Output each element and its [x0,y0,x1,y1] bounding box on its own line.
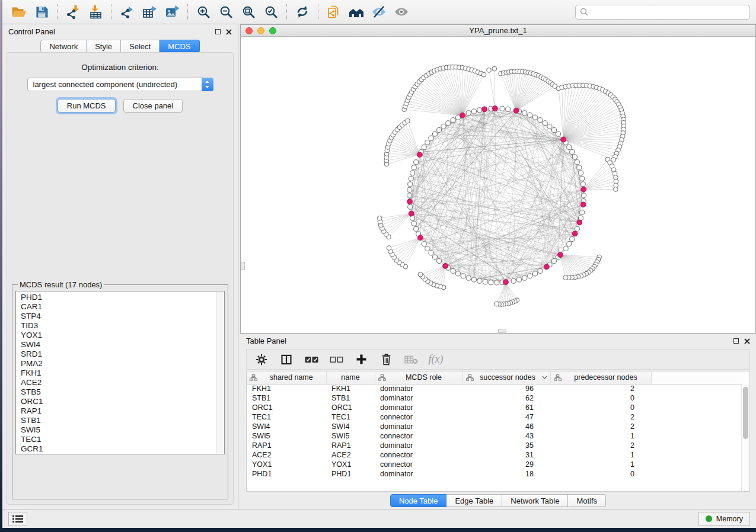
mcds-network-node[interactable] [460,113,465,118]
mcds-result-item[interactable]: STB5 [21,387,216,397]
table-cell[interactable]: STB1 [247,393,326,403]
network-node[interactable] [522,275,527,280]
network-node[interactable] [412,221,416,226]
delete-column-icon[interactable] [376,351,396,368]
table-cell[interactable]: dominator [375,469,462,479]
table-cell[interactable]: YOX1 [247,460,326,469]
zoom-selected-icon[interactable] [260,3,282,21]
network-node[interactable] [551,127,556,132]
mcds-network-node[interactable] [493,106,498,111]
tab-node-table[interactable]: Node Table [390,494,447,507]
table-cell[interactable]: 2 [550,384,651,393]
network-node[interactable] [408,204,413,209]
network-node[interactable] [410,171,414,175]
mcds-network-node[interactable] [513,108,519,113]
zoom-out-icon[interactable] [215,3,237,21]
mcds-network-node[interactable] [482,107,487,112]
column-header[interactable]: shared name [247,371,326,384]
table-cell[interactable]: dominator [375,393,462,403]
table-cell[interactable]: 96 [462,384,550,393]
splitter-grip-horizontal[interactable] [498,329,506,333]
network-node[interactable] [572,155,577,159]
table-cell[interactable]: ACE2 [247,450,326,460]
table-cell[interactable]: SWI5 [326,431,375,441]
table-row[interactable]: PHD1PHD1dominator180 [247,469,749,479]
select-all-icon[interactable] [301,351,321,368]
table-cell[interactable]: 62 [462,393,550,403]
column-header[interactable]: predecessor nodes [550,371,651,384]
table-cell[interactable]: 1 [550,431,651,441]
network-node[interactable] [538,268,543,273]
table-cell[interactable]: dominator [375,403,462,412]
network-node[interactable] [422,242,426,246]
network-node[interactable] [556,132,560,136]
network-node[interactable] [489,280,493,285]
column-header[interactable]: name [326,371,375,384]
table-scrollbar-thumb[interactable] [743,387,748,439]
network-node[interactable] [522,111,527,116]
mcds-result-item[interactable]: TID3 [21,321,216,331]
tab-style[interactable]: Style [87,40,121,53]
network-node[interactable] [528,113,532,117]
network-node[interactable] [580,210,585,215]
mcds-result-item[interactable]: GCR1 [21,444,216,454]
mcds-network-node[interactable] [577,220,582,225]
table-cell[interactable]: 1 [550,450,651,460]
mcds-network-node[interactable] [580,202,586,207]
network-node[interactable] [483,280,487,284]
table-cell[interactable]: 29 [462,460,550,469]
criterion-select[interactable]: largest connected component (undirected) [27,78,213,91]
network-node[interactable] [500,106,505,111]
table-row[interactable]: RAP1RAP1dominator352 [247,441,749,450]
table-cell[interactable]: SWI4 [326,422,375,431]
zoom-fit-icon[interactable] [238,3,259,21]
table-cell[interactable]: ACE2 [326,450,375,460]
table-cell[interactable]: dominator [375,422,462,431]
mcds-network-node[interactable] [558,252,563,258]
table-row[interactable]: FKH1FKH1dominator962 [247,384,749,393]
network-node[interactable] [567,145,572,149]
table-cell[interactable]: ORC1 [326,403,375,412]
table-cell[interactable]: connector [375,431,462,441]
table-cell[interactable]: ORC1 [247,403,326,412]
table-row[interactable]: ACE2ACE2connector311 [247,450,749,460]
table-cell[interactable]: dominator [375,384,462,393]
mcds-network-node[interactable] [544,264,549,270]
network-node[interactable] [494,280,499,285]
table-cell[interactable]: FKH1 [247,384,326,393]
show-all-networks-icon[interactable] [346,3,367,21]
zoom-in-icon[interactable] [193,3,214,21]
network-node[interactable] [409,176,413,181]
search-box[interactable] [575,5,750,20]
network-node[interactable] [408,182,413,187]
network-node[interactable] [563,275,568,280]
table-cell[interactable]: dominator [375,441,462,450]
save-session-icon[interactable] [31,3,52,21]
splitter-grip-vertical[interactable] [241,262,245,270]
refresh-icon[interactable] [292,3,313,21]
network-node[interactable] [538,118,543,123]
mcds-result-item[interactable]: STP4 [21,312,216,321]
network-node[interactable] [466,275,471,280]
mcds-network-node[interactable] [409,211,414,216]
export-image-icon[interactable] [161,3,183,21]
table-cell[interactable]: 2 [550,412,651,422]
table-row[interactable]: STB1STB1dominator620 [247,393,749,403]
table-cell[interactable]: 2 [550,441,651,450]
tab-network-table[interactable]: Network Table [502,494,568,507]
column-layout-icon[interactable] [276,351,296,368]
memory-button[interactable]: Memory [698,512,750,526]
table-cell[interactable]: connector [375,450,462,460]
table-cell[interactable]: 0 [550,393,651,403]
mcds-network-node[interactable] [561,137,566,142]
column-header[interactable]: successor nodes [462,371,550,384]
network-node[interactable] [387,246,391,251]
table-cell[interactable]: YOX1 [326,460,375,469]
network-node[interactable] [580,182,585,187]
network-node[interactable] [528,274,532,278]
table-row[interactable]: TEC1TEC1connector472 [247,412,749,422]
table-cell[interactable]: STB1 [326,393,375,403]
mcds-result-item[interactable]: FKH1 [21,368,216,378]
export-network-icon[interactable] [116,3,138,21]
network-node[interactable] [613,187,618,192]
